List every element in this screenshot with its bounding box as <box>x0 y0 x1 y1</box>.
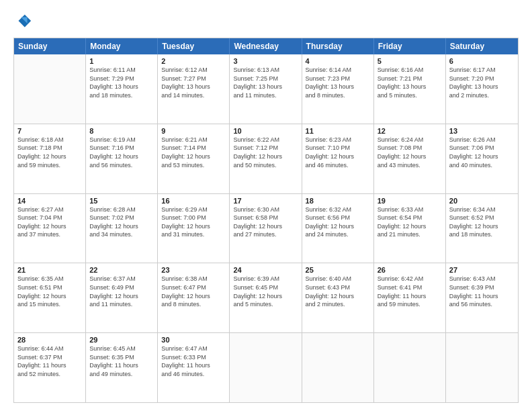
calendar-cell: 10Sunrise: 6:22 AM Sunset: 7:12 PM Dayli… <box>230 124 302 193</box>
day-number: 12 <box>378 127 442 135</box>
calendar-cell: 12Sunrise: 6:24 AM Sunset: 7:08 PM Dayli… <box>374 124 446 193</box>
day-info: Sunrise: 6:22 AM Sunset: 7:12 PM Dayligh… <box>233 136 298 169</box>
calendar-row: 28Sunrise: 6:44 AM Sunset: 6:37 PM Dayli… <box>14 333 518 402</box>
calendar-cell <box>230 333 302 402</box>
calendar-row: 7Sunrise: 6:18 AM Sunset: 7:18 PM Daylig… <box>14 124 518 194</box>
calendar-body: 1Sunrise: 6:11 AM Sunset: 7:29 PM Daylig… <box>14 54 518 402</box>
calendar-cell: 1Sunrise: 6:11 AM Sunset: 7:29 PM Daylig… <box>86 54 158 124</box>
calendar-cell: 25Sunrise: 6:40 AM Sunset: 6:43 PM Dayli… <box>302 263 374 332</box>
calendar-header: SundayMondayTuesdayWednesdayThursdayFrid… <box>14 38 518 54</box>
weekday-header: Wednesday <box>230 38 302 54</box>
day-number: 17 <box>233 197 298 205</box>
day-number: 10 <box>233 127 298 135</box>
day-info: Sunrise: 6:23 AM Sunset: 7:10 PM Dayligh… <box>306 136 370 169</box>
calendar-cell: 14Sunrise: 6:27 AM Sunset: 7:04 PM Dayli… <box>14 194 86 263</box>
page: SundayMondayTuesdayWednesdayThursdayFrid… <box>0 0 532 411</box>
calendar-cell: 26Sunrise: 6:42 AM Sunset: 6:41 PM Dayli… <box>374 263 446 332</box>
day-number: 22 <box>89 266 154 274</box>
calendar-row: 1Sunrise: 6:11 AM Sunset: 7:29 PM Daylig… <box>14 54 518 124</box>
day-number: 9 <box>161 127 226 135</box>
calendar-cell: 5Sunrise: 6:16 AM Sunset: 7:21 PM Daylig… <box>374 54 446 124</box>
calendar-cell: 22Sunrise: 6:37 AM Sunset: 6:49 PM Dayli… <box>86 263 158 332</box>
day-info: Sunrise: 6:16 AM Sunset: 7:21 PM Dayligh… <box>378 66 442 99</box>
calendar-cell: 24Sunrise: 6:39 AM Sunset: 6:45 PM Dayli… <box>230 263 302 332</box>
svg-marker-0 <box>18 15 31 28</box>
day-number: 2 <box>161 57 226 65</box>
calendar-cell <box>446 333 518 402</box>
day-info: Sunrise: 6:27 AM Sunset: 7:04 PM Dayligh… <box>17 205 82 239</box>
calendar-cell: 2Sunrise: 6:12 AM Sunset: 7:27 PM Daylig… <box>158 54 230 124</box>
calendar-cell: 29Sunrise: 6:45 AM Sunset: 6:35 PM Dayli… <box>86 333 158 402</box>
calendar-cell: 21Sunrise: 6:35 AM Sunset: 6:51 PM Dayli… <box>14 263 86 332</box>
day-info: Sunrise: 6:14 AM Sunset: 7:23 PM Dayligh… <box>306 66 370 99</box>
weekday-header: Monday <box>86 38 158 54</box>
day-info: Sunrise: 6:18 AM Sunset: 7:18 PM Dayligh… <box>17 136 82 169</box>
day-info: Sunrise: 6:17 AM Sunset: 7:20 PM Dayligh… <box>449 66 515 99</box>
day-info: Sunrise: 6:38 AM Sunset: 6:47 PM Dayligh… <box>161 275 226 308</box>
day-number: 1 <box>89 57 154 65</box>
day-info: Sunrise: 6:33 AM Sunset: 6:54 PM Dayligh… <box>378 205 442 239</box>
day-info: Sunrise: 6:34 AM Sunset: 6:52 PM Dayligh… <box>449 205 515 239</box>
weekday-header: Thursday <box>302 38 374 54</box>
calendar-cell: 30Sunrise: 6:47 AM Sunset: 6:33 PM Dayli… <box>158 333 230 402</box>
day-info: Sunrise: 6:45 AM Sunset: 6:35 PM Dayligh… <box>89 345 154 378</box>
day-info: Sunrise: 6:35 AM Sunset: 6:51 PM Dayligh… <box>17 275 82 308</box>
calendar-row: 21Sunrise: 6:35 AM Sunset: 6:51 PM Dayli… <box>14 263 518 333</box>
calendar-cell: 18Sunrise: 6:32 AM Sunset: 6:56 PM Dayli… <box>302 194 374 263</box>
day-number: 25 <box>306 266 370 274</box>
calendar-cell: 17Sunrise: 6:30 AM Sunset: 6:58 PM Dayli… <box>230 194 302 263</box>
day-number: 4 <box>306 57 370 65</box>
calendar-cell: 4Sunrise: 6:14 AM Sunset: 7:23 PM Daylig… <box>302 54 374 124</box>
day-number: 16 <box>161 197 226 205</box>
calendar-cell: 7Sunrise: 6:18 AM Sunset: 7:18 PM Daylig… <box>14 124 86 193</box>
calendar-cell: 11Sunrise: 6:23 AM Sunset: 7:10 PM Dayli… <box>302 124 374 193</box>
day-number: 27 <box>449 266 515 274</box>
calendar-cell: 8Sunrise: 6:19 AM Sunset: 7:16 PM Daylig… <box>86 124 158 193</box>
calendar-cell: 28Sunrise: 6:44 AM Sunset: 6:37 PM Dayli… <box>14 333 86 402</box>
logo <box>13 12 35 31</box>
day-number: 23 <box>161 266 226 274</box>
day-number: 5 <box>378 57 442 65</box>
day-info: Sunrise: 6:30 AM Sunset: 6:58 PM Dayligh… <box>233 205 298 239</box>
calendar-cell <box>302 333 374 402</box>
weekday-header: Tuesday <box>158 38 230 54</box>
calendar-cell: 16Sunrise: 6:29 AM Sunset: 7:00 PM Dayli… <box>158 194 230 263</box>
calendar-cell: 6Sunrise: 6:17 AM Sunset: 7:20 PM Daylig… <box>446 54 518 124</box>
day-info: Sunrise: 6:42 AM Sunset: 6:41 PM Dayligh… <box>378 275 442 308</box>
day-info: Sunrise: 6:12 AM Sunset: 7:27 PM Dayligh… <box>161 66 226 99</box>
day-info: Sunrise: 6:44 AM Sunset: 6:37 PM Dayligh… <box>17 345 82 378</box>
day-info: Sunrise: 6:32 AM Sunset: 6:56 PM Dayligh… <box>306 205 370 239</box>
day-number: 8 <box>89 127 154 135</box>
day-number: 30 <box>161 336 226 344</box>
day-info: Sunrise: 6:28 AM Sunset: 7:02 PM Dayligh… <box>89 205 154 239</box>
day-number: 6 <box>449 57 515 65</box>
day-info: Sunrise: 6:11 AM Sunset: 7:29 PM Dayligh… <box>89 66 154 99</box>
day-number: 11 <box>306 127 370 135</box>
day-info: Sunrise: 6:29 AM Sunset: 7:00 PM Dayligh… <box>161 205 226 239</box>
calendar: SundayMondayTuesdayWednesdayThursdayFrid… <box>13 38 519 403</box>
day-number: 13 <box>449 127 515 135</box>
top-section <box>13 12 519 31</box>
day-number: 26 <box>378 266 442 274</box>
day-info: Sunrise: 6:24 AM Sunset: 7:08 PM Dayligh… <box>378 136 442 169</box>
day-info: Sunrise: 6:26 AM Sunset: 7:06 PM Dayligh… <box>449 136 515 169</box>
calendar-cell: 13Sunrise: 6:26 AM Sunset: 7:06 PM Dayli… <box>446 124 518 193</box>
day-number: 3 <box>233 57 298 65</box>
calendar-cell: 3Sunrise: 6:13 AM Sunset: 7:25 PM Daylig… <box>230 54 302 124</box>
calendar-cell: 9Sunrise: 6:21 AM Sunset: 7:14 PM Daylig… <box>158 124 230 193</box>
day-number: 14 <box>17 197 82 205</box>
day-number: 18 <box>306 197 370 205</box>
day-number: 20 <box>449 197 515 205</box>
weekday-header: Friday <box>374 38 446 54</box>
calendar-cell: 23Sunrise: 6:38 AM Sunset: 6:47 PM Dayli… <box>158 263 230 332</box>
day-number: 29 <box>89 336 154 344</box>
day-number: 19 <box>378 197 442 205</box>
day-info: Sunrise: 6:21 AM Sunset: 7:14 PM Dayligh… <box>161 136 226 169</box>
day-number: 7 <box>17 127 82 135</box>
day-info: Sunrise: 6:47 AM Sunset: 6:33 PM Dayligh… <box>161 345 226 378</box>
day-number: 24 <box>233 266 298 274</box>
day-number: 28 <box>17 336 82 344</box>
day-info: Sunrise: 6:13 AM Sunset: 7:25 PM Dayligh… <box>233 66 298 99</box>
day-info: Sunrise: 6:40 AM Sunset: 6:43 PM Dayligh… <box>306 275 370 308</box>
calendar-cell <box>14 54 86 124</box>
